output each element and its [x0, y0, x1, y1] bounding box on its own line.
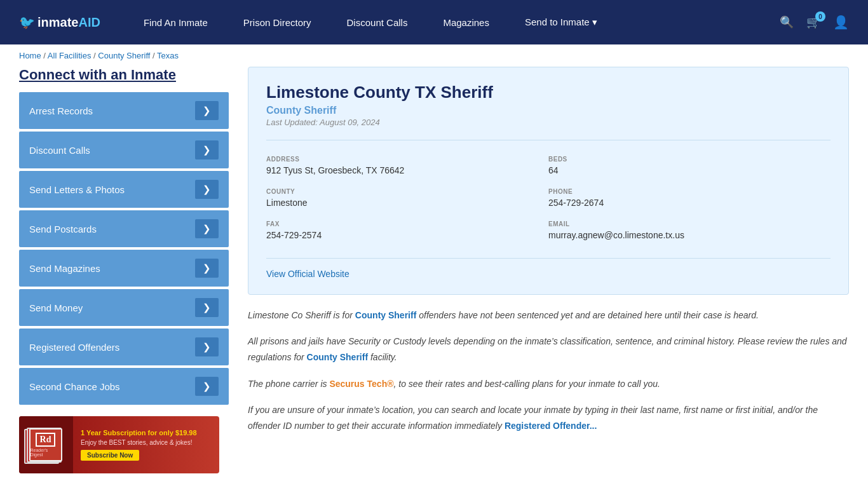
fax-label: FAX — [266, 220, 541, 227]
address-label: ADDRESS — [266, 156, 541, 163]
sidebar: Connect with an Inmate Arrest Records ❯ … — [19, 67, 229, 473]
sidebar-item-label: Registered Offenders — [29, 342, 119, 353]
county-value: Limestone — [266, 198, 541, 208]
sidebar-item-label: Send Money — [29, 302, 83, 313]
sidebar-item-arrest-records[interactable]: Arrest Records ❯ — [19, 92, 229, 129]
facility-details-grid: ADDRESS 912 Tyus St, Groesbeck, TX 76642… — [266, 140, 831, 248]
breadcrumb: Home / All Facilities / County Sheriff /… — [0, 44, 868, 67]
sidebar-menu: Arrest Records ❯ Discount Calls ❯ Send L… — [19, 92, 229, 405]
registered-offender-link[interactable]: Registered Offender... — [505, 421, 597, 431]
cart-badge: 0 — [815, 11, 825, 22]
beds-label: BEDS — [548, 156, 823, 163]
sidebar-item-label: Send Letters & Photos — [29, 184, 125, 195]
desc-p2-after: facility. — [368, 352, 397, 362]
county-sheriff-link-1[interactable]: County Sheriff — [355, 310, 416, 320]
breadcrumb-all-facilities[interactable]: All Facilities — [48, 51, 92, 60]
sidebar-item-second-chance-jobs[interactable]: Second Chance Jobs ❯ — [19, 368, 229, 405]
breadcrumb-home[interactable]: Home — [19, 51, 41, 60]
county-field: COUNTY Limestone — [266, 183, 548, 215]
search-button[interactable]: 🔍 — [780, 15, 794, 29]
phone-field: PHONE 254-729-2674 — [548, 183, 831, 215]
email-value: murray.agnew@co.limestone.tx.us — [548, 230, 823, 240]
desc-paragraph-2: All prisons and jails have Security or C… — [248, 334, 849, 365]
desc-p3-after: , to see their rates and best-calling pl… — [394, 379, 660, 389]
breadcrumb-county-sheriff[interactable]: County Sheriff — [98, 51, 150, 60]
facility-updated: Last Updated: August 09, 2024 — [266, 118, 831, 127]
email-field: EMAIL murray.agnew@co.limestone.tx.us — [548, 215, 831, 248]
chevron-right-icon: ❯ — [195, 140, 219, 159]
facility-description: Limestone Co Sheriff is for County Sheri… — [248, 308, 849, 434]
beds-field: BEDS 64 — [548, 151, 831, 183]
fax-value: 254-729-2574 — [266, 230, 541, 240]
ad-rd-logo: Rd — [36, 433, 56, 447]
facility-subtitle: County Sheriff — [266, 105, 831, 116]
site-header: 🐦 inmateAID Find An Inmate Prison Direct… — [0, 0, 868, 44]
main-layout: Connect with an Inmate Arrest Records ❯ … — [0, 67, 868, 488]
sidebar-item-label: Send Postcards — [29, 224, 97, 234]
cart-button[interactable]: 🛒 0 — [806, 15, 820, 29]
sidebar-item-label: Arrest Records — [29, 105, 93, 116]
address-field: ADDRESS 912 Tyus St, Groesbeck, TX 76642 — [266, 151, 548, 183]
desc-paragraph-1: Limestone Co Sheriff is for County Sheri… — [248, 308, 849, 323]
nav-prison-directory[interactable]: Prison Directory — [226, 0, 329, 44]
main-nav: Find An Inmate Prison Directory Discount… — [126, 0, 780, 44]
sidebar-item-registered-offenders[interactable]: Registered Offenders ❯ — [19, 329, 229, 365]
sidebar-title: Connect with an Inmate — [19, 67, 229, 83]
phone-value: 254-729-2674 — [548, 198, 823, 208]
nav-find-inmate[interactable]: Find An Inmate — [126, 0, 226, 44]
sidebar-item-send-letters[interactable]: Send Letters & Photos ❯ — [19, 171, 229, 208]
desc-paragraph-4: If you are unsure of your inmate’s locat… — [248, 402, 849, 434]
phone-label: PHONE — [548, 188, 823, 195]
sidebar-item-send-magazines[interactable]: Send Magazines ❯ — [19, 250, 229, 287]
sidebar-item-label: Discount Calls — [29, 145, 90, 156]
desc-p3-before: The phone carrier is — [248, 379, 329, 389]
sidebar-item-discount-calls[interactable]: Discount Calls ❯ — [19, 132, 229, 168]
user-button[interactable]: 👤 — [833, 15, 849, 30]
sidebar-item-label: Send Magazines — [29, 263, 100, 274]
desc-p1-after: offenders have not been sentenced yet an… — [416, 310, 759, 320]
chevron-right-icon: ❯ — [195, 298, 219, 317]
chevron-right-icon: ❯ — [195, 337, 219, 356]
ad-left-section: Rd Reader's Digest — [19, 416, 73, 473]
sidebar-item-send-money[interactable]: Send Money ❯ — [19, 289, 229, 326]
ad-banner[interactable]: Rd Reader's Digest 1 Year Subscription f… — [19, 416, 219, 473]
beds-value: 64 — [548, 165, 823, 175]
facility-title: Limestone County TX Sheriff — [266, 83, 831, 102]
chevron-right-icon: ❯ — [195, 219, 219, 238]
ad-right-section: 1 Year Subscription for only $19.98 Enjo… — [73, 416, 219, 473]
sidebar-item-label: Second Chance Jobs — [29, 381, 120, 392]
facility-card: Limestone County TX Sheriff County Sheri… — [248, 67, 849, 295]
fax-field: FAX 254-729-2574 — [266, 215, 548, 248]
chevron-right-icon: ❯ — [195, 101, 219, 120]
sidebar-item-send-postcards[interactable]: Send Postcards ❯ — [19, 210, 229, 247]
address-value: 912 Tyus St, Groesbeck, TX 76642 — [266, 165, 541, 175]
main-content: Limestone County TX Sheriff County Sheri… — [248, 67, 849, 473]
nav-magazines[interactable]: Magazines — [425, 0, 507, 44]
county-sheriff-link-2[interactable]: County Sheriff — [307, 352, 368, 362]
breadcrumb-texas[interactable]: Texas — [157, 51, 179, 60]
desc-paragraph-3: The phone carrier is Securus Tech®, to s… — [248, 376, 849, 392]
logo-area[interactable]: 🐦 inmateAID — [19, 15, 100, 30]
desc-p1-before: Limestone Co Sheriff is for — [248, 310, 355, 320]
chevron-right-icon: ❯ — [195, 259, 219, 278]
nav-discount-calls[interactable]: Discount Calls — [329, 0, 426, 44]
view-website-link[interactable]: View Official Website — [266, 258, 831, 279]
email-label: EMAIL — [548, 220, 823, 227]
ad-desc-text: Enjoy the BEST stories, advice & jokes! — [81, 439, 212, 446]
nav-icons: 🔍 🛒 0 👤 — [780, 15, 849, 30]
county-label: COUNTY — [266, 188, 541, 195]
ad-price-text: 1 Year Subscription for only $19.98 — [81, 429, 212, 437]
logo-bird-icon: 🐦 — [19, 15, 35, 30]
securus-link[interactable]: Securus Tech® — [329, 379, 393, 389]
ad-magazine-label: Reader's Digest — [31, 448, 61, 457]
nav-send-to-inmate[interactable]: Send to Inmate ▾ — [507, 0, 615, 44]
ad-magazine-stack: Rd Reader's Digest — [24, 426, 69, 464]
chevron-right-icon: ❯ — [195, 377, 219, 396]
chevron-right-icon: ❯ — [195, 180, 219, 199]
ad-subscribe-button[interactable]: Subscribe Now — [81, 450, 139, 461]
logo-text: inmateAID — [37, 15, 100, 30]
